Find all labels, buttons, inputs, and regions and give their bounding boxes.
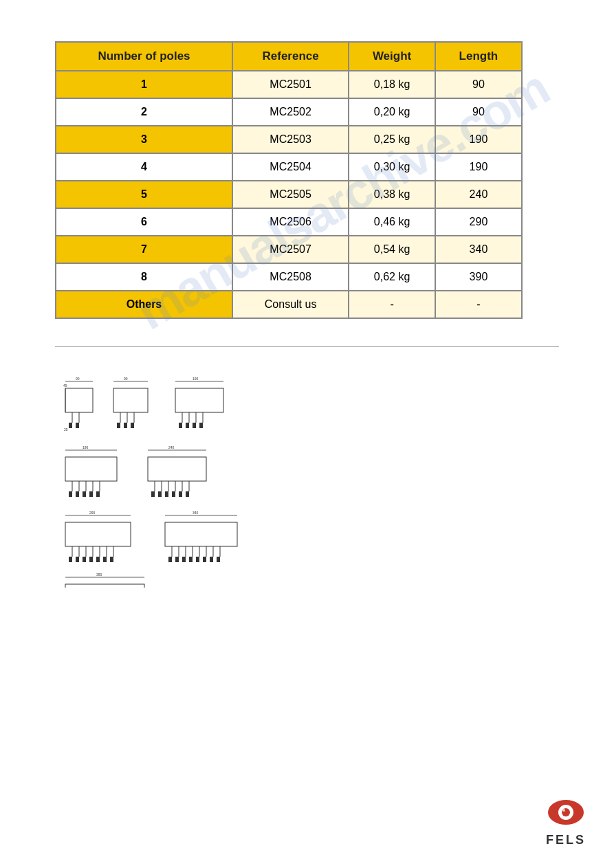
header-reference: Reference	[232, 42, 349, 71]
svg-rect-87	[175, 557, 179, 562]
svg-rect-21	[175, 388, 223, 412]
svg-rect-17	[124, 423, 127, 428]
svg-rect-12	[113, 388, 148, 412]
header-length: Length	[435, 42, 522, 71]
svg-rect-18	[131, 423, 134, 428]
svg-point-118	[562, 809, 565, 812]
svg-rect-88	[182, 557, 186, 562]
svg-rect-28	[193, 423, 196, 428]
cell-weight: 0,20 kg	[349, 98, 435, 126]
header-weight: Weight	[349, 42, 435, 71]
svg-rect-91	[203, 557, 206, 562]
svg-rect-68	[69, 557, 72, 562]
diagram-section: 90 45 25 90	[55, 368, 580, 590]
svg-rect-86	[168, 557, 172, 562]
section-divider	[55, 346, 559, 347]
svg-rect-89	[189, 557, 193, 562]
svg-rect-72	[96, 557, 100, 562]
svg-text:45: 45	[63, 383, 67, 388]
cell-poles: 1	[56, 71, 232, 98]
table-row: 2MC25020,20 kg90	[56, 98, 522, 126]
svg-rect-39	[76, 491, 79, 497]
table-row: 1MC25010,18 kg90	[56, 71, 522, 98]
cell-weight: 0,62 kg	[349, 263, 435, 291]
svg-rect-27	[186, 423, 189, 428]
svg-rect-92	[210, 557, 213, 562]
svg-rect-52	[151, 491, 155, 497]
cell-weight: 0,54 kg	[349, 236, 435, 263]
svg-text:25: 25	[64, 427, 68, 432]
cell-length: 90	[435, 71, 522, 98]
svg-rect-70	[83, 557, 86, 562]
cell-poles: 8	[56, 263, 232, 291]
svg-rect-60	[65, 522, 131, 546]
cell-reference: MC2503	[232, 126, 349, 153]
table-row: 8MC25080,62 kg390	[56, 263, 522, 291]
cell-weight: 0,25 kg	[349, 126, 435, 153]
cell-reference: MC2501	[232, 71, 349, 98]
svg-rect-54	[165, 491, 168, 497]
svg-rect-93	[217, 557, 220, 562]
cell-length: 390	[435, 263, 522, 291]
cell-reference: MC2504	[232, 153, 349, 181]
svg-rect-56	[179, 491, 182, 497]
cell-length: 340	[435, 236, 522, 263]
svg-rect-96	[65, 584, 144, 588]
table-row: 6MC25060,46 kg290	[56, 208, 522, 236]
cell-others-weight: -	[349, 291, 435, 318]
cell-others-label: Others	[56, 291, 232, 318]
cell-poles: 2	[56, 98, 232, 126]
cell-poles: 4	[56, 153, 232, 181]
svg-rect-77	[165, 522, 237, 546]
cell-length: 290	[435, 208, 522, 236]
svg-rect-29	[199, 423, 203, 428]
technical-diagrams: 90 45 25 90	[55, 368, 605, 588]
table-row: 4MC25040,30 kg190	[56, 153, 522, 181]
svg-rect-26	[179, 423, 182, 428]
cell-weight: 0,46 kg	[349, 208, 435, 236]
table-row: 5MC25050,38 kg240	[56, 181, 522, 208]
cell-reference: MC2502	[232, 98, 349, 126]
svg-rect-90	[196, 557, 199, 562]
svg-rect-71	[89, 557, 93, 562]
svg-rect-57	[186, 491, 189, 497]
svg-rect-8	[76, 423, 79, 428]
svg-rect-74	[110, 557, 113, 562]
svg-rect-45	[148, 457, 206, 481]
cell-others-length: -	[435, 291, 522, 318]
table-row-others: OthersConsult us--	[56, 291, 522, 318]
svg-text:290: 290	[89, 511, 96, 515]
svg-rect-53	[158, 491, 162, 497]
cell-length: 190	[435, 153, 522, 181]
svg-text:390: 390	[96, 572, 102, 577]
product-table: Number of poles Reference Weight Length …	[55, 41, 523, 319]
svg-rect-69	[76, 557, 79, 562]
cell-reference: MC2505	[232, 181, 349, 208]
svg-text:90: 90	[76, 377, 80, 381]
cell-weight: 0,30 kg	[349, 153, 435, 181]
table-row: 3MC25030,25 kg190	[56, 126, 522, 153]
fels-brand-text: FELS	[546, 833, 586, 847]
svg-rect-38	[69, 491, 72, 497]
svg-text:90: 90	[124, 377, 128, 381]
fels-logo: FELS	[545, 797, 586, 847]
table-row: 7MC25070,54 kg340	[56, 236, 522, 263]
svg-rect-41	[89, 491, 93, 497]
cell-weight: 0,18 kg	[349, 71, 435, 98]
svg-rect-42	[96, 491, 100, 497]
cell-poles: 7	[56, 236, 232, 263]
svg-rect-4	[65, 388, 93, 412]
svg-text:240: 240	[168, 445, 175, 449]
cell-reference: MC2508	[232, 263, 349, 291]
svg-text:340: 340	[193, 511, 199, 515]
svg-rect-32	[65, 457, 117, 481]
svg-text:190: 190	[193, 377, 199, 381]
cell-reference: MC2507	[232, 236, 349, 263]
cell-weight: 0,38 kg	[349, 181, 435, 208]
svg-text:190: 190	[83, 445, 89, 449]
header-poles: Number of poles	[56, 42, 232, 71]
cell-length: 190	[435, 126, 522, 153]
svg-rect-16	[117, 423, 120, 428]
svg-rect-73	[103, 557, 107, 562]
svg-rect-40	[83, 491, 86, 497]
